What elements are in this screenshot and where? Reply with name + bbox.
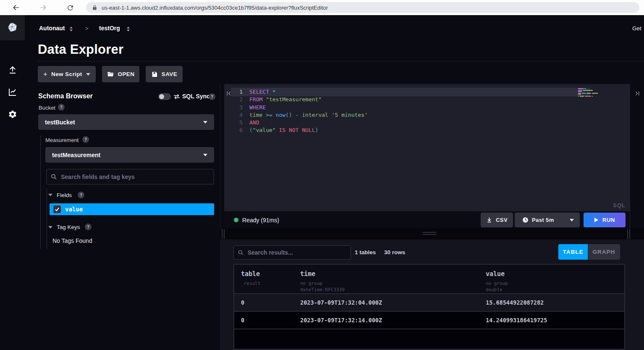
status-text: Ready (91ms) [242,217,279,224]
drag-handle-icon[interactable] [627,229,631,241]
gear-icon[interactable] [0,107,25,121]
breadcrumb-org[interactable]: Autonaut [39,25,65,32]
tables-count: 1 tables [355,249,376,255]
fields-expander-icon[interactable] [48,194,52,196]
upload-icon[interactable] [0,63,25,77]
drag-handle-icon[interactable] [423,232,436,236]
table-row: 02023-07-09T17:32:14.000Z14.240993186419… [234,312,624,329]
tab-table[interactable]: TABLE [558,244,588,260]
url-bar[interactable]: us-east-1-1.aws.cloud2.influxdata.com/or… [86,2,639,13]
sort-arrows-icon[interactable] [126,26,131,33]
rows-count: 30 rows [384,249,405,255]
clock-icon [522,217,529,223]
table-row: 02023-07-09T17:32:04.000Z15.685449220872… [234,294,624,312]
folder-icon [107,71,114,78]
nav-sidebar: ? [0,15,25,350]
sort-arrows-icon[interactable] [69,26,73,33]
measurement-dropdown[interactable]: testMeasurement [45,147,214,163]
column-header: table_result [241,270,260,287]
open-label: OPEN [118,71,135,77]
tree-indent-line [47,188,47,249]
lock-icon [92,5,97,11]
results-search[interactable] [233,245,351,260]
field-checkbox[interactable] [53,205,61,213]
caret-down-icon [86,73,90,76]
bucket-dropdown[interactable]: testBucket [38,114,214,130]
code-lines: 1SELECT *2FROM "testMeasurement"3WHERE4t… [232,88,589,134]
code-line: 3WHERE [232,104,589,111]
page-title: Data Explorer [38,42,123,57]
breadcrumb-account[interactable]: testOrg [99,25,120,32]
plus-icon: + [43,71,47,78]
drag-handle-icon[interactable] [222,229,226,241]
code-line: 4time >= now() - interval '5 minutes' [232,111,589,119]
fields-label: Fields [57,192,72,198]
question-icon[interactable]: ? [209,93,215,100]
question-icon[interactable]: ? [58,104,65,111]
code-line: 6("value" IS NOT NULL) [232,126,589,134]
checkbox-check-icon [55,207,60,212]
no-tags-found-text: No Tags Found [52,237,92,244]
screen: us-east-1-1.aws.cloud2.influxdata.com/or… [0,0,644,350]
back-icon[interactable] [11,3,21,12]
toggle-knob [159,94,164,99]
question-icon[interactable]: ? [85,224,92,230]
question-icon[interactable]: ? [78,192,84,198]
new-script-label: New Script [51,71,82,77]
sql-sync-label: SQL Sync [182,93,210,100]
schema-search-input[interactable] [61,174,209,180]
influxdb-logo[interactable] [0,15,25,40]
tag-keys-expander-icon[interactable] [48,226,52,229]
sql-sync-toggle[interactable] [158,93,171,100]
field-item-value[interactable]: value [50,203,214,215]
minimap[interactable] [578,88,597,97]
caret-down-icon [570,219,574,221]
time-range-dropdown[interactable]: Past 5m [515,213,580,227]
horizontal-splitter[interactable] [220,228,644,239]
csv-download-button[interactable]: CSV [481,213,513,227]
bucket-label: Bucket [39,105,55,111]
new-script-button[interactable]: + New Script [38,66,96,82]
get-credit-button[interactable]: Get [632,25,641,32]
column-header: valueno groupdouble [486,270,508,293]
result-table: table_resulttimeno groupdateTime:RFC3339… [233,264,625,350]
result-table-body: 02023-07-09T17:32:04.000Z15.685449220872… [234,294,624,329]
run-button[interactable]: RUN [584,213,626,227]
schema-search[interactable] [46,169,214,184]
code-line: 2FROM "testMeasurement" [232,96,589,103]
question-icon[interactable]: ? [82,136,89,143]
play-icon [594,217,599,223]
reload-icon[interactable] [65,3,75,12]
title-divider [38,61,644,61]
expand-right-icon[interactable] [633,89,641,97]
save-button[interactable]: SAVE [146,66,183,82]
tree-indent-line [40,135,41,249]
bucket-value: testBucket [45,119,75,126]
editor-right-divider [630,84,630,228]
url-text: us-east-1-1.aws.cloud2.influxdata.com/or… [102,5,328,11]
download-icon [486,217,492,223]
save-icon [151,71,158,78]
tab-graph[interactable]: GRAPH [588,244,620,260]
status-dot [234,218,238,222]
query-status-bar: Ready (91ms) CSV Past 5m RUN [224,211,630,228]
save-label: SAVE [162,71,177,77]
result-table-header: table_resulttimeno groupdateTime:RFC3339… [234,265,624,294]
graph-icon[interactable] [0,85,25,99]
caret-down-icon [203,154,207,156]
csv-label: CSV [496,217,508,223]
tag-keys-label: Tag Keys [57,224,80,230]
sql-code-editor[interactable]: 1SELECT *2FROM "testMeasurement"3WHERE4t… [224,84,630,211]
caret-down-icon [203,121,207,124]
column-header: timeno groupdateTime:RFC3339 [300,270,345,293]
forward-icon[interactable] [39,3,48,12]
time-range-label: Past 5m [532,217,554,223]
results-panel: 1 tables 30 rows TABLE GRAPH table_resul… [220,239,644,350]
schema-browser-title: Schema Browser [38,92,93,100]
measurement-value: testMeasurement [52,152,100,158]
results-search-input[interactable] [248,249,346,256]
search-icon [238,250,244,256]
open-button[interactable]: OPEN [102,66,139,82]
language-badge: SQL [613,202,626,208]
run-label: RUN [602,217,615,223]
